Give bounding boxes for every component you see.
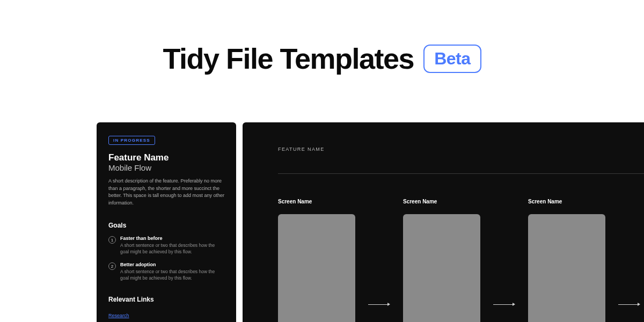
- flow-canvas-panel: FEATURE NAME Screen Name Screen Name: [243, 122, 644, 322]
- screen-label: Screen Name: [403, 199, 480, 204]
- feature-title: Feature Name: [108, 152, 224, 163]
- screens-row: Screen Name Screen Name Screen Name: [278, 199, 644, 322]
- goal-body: Faster than before A short sentence or t…: [120, 236, 224, 255]
- arrow-right-icon: [618, 303, 640, 306]
- goal-title: Better adoption: [120, 262, 224, 267]
- arrow-right-icon: [493, 303, 515, 306]
- screen-frame[interactable]: [278, 214, 355, 322]
- screen-column: Screen Name: [278, 199, 355, 322]
- goals-section: Goals 1 Faster than before A short sente…: [108, 222, 224, 282]
- feature-subtitle: Mobile Flow: [108, 163, 224, 172]
- divider: [278, 173, 644, 174]
- goal-item: 2 Better adoption A short sentence or tw…: [108, 262, 224, 282]
- workspace: IN PROGRESS Feature Name Mobile Flow A s…: [97, 122, 644, 322]
- feature-description: A short description of the feature. Pref…: [108, 178, 224, 207]
- page-title: Tidy File Templates: [163, 42, 414, 75]
- screen-column: Screen Name: [528, 199, 605, 322]
- screen-frame[interactable]: [528, 214, 605, 322]
- links-heading: Relevant Links: [108, 296, 224, 303]
- goal-description: A short sentence or two that describes h…: [120, 269, 224, 282]
- flow-arrow: [618, 199, 640, 306]
- screen-frame[interactable]: [403, 214, 480, 322]
- goals-heading: Goals: [108, 222, 224, 229]
- arrow-right-icon: [368, 303, 390, 306]
- links-section: Relevant Links Research: [108, 296, 224, 319]
- screen-label: Screen Name: [278, 199, 355, 204]
- goal-body: Better adoption A short sentence or two …: [120, 262, 224, 282]
- status-badge: IN PROGRESS: [108, 136, 155, 145]
- beta-badge: Beta: [423, 45, 481, 73]
- goal-description: A short sentence or two that describes h…: [120, 243, 224, 255]
- screen-label: Screen Name: [528, 199, 605, 204]
- goal-item: 1 Faster than before A short sentence or…: [108, 236, 224, 255]
- goal-number-badge: 2: [108, 262, 116, 270]
- flow-arrow: [493, 199, 515, 306]
- canvas-eyebrow: FEATURE NAME: [278, 147, 644, 152]
- goal-title: Faster than before: [120, 236, 224, 241]
- goal-number-badge: 1: [108, 236, 116, 244]
- hero-header: Tidy File Templates Beta: [0, 0, 644, 106]
- screen-column: Screen Name: [403, 199, 480, 322]
- research-link[interactable]: Research: [108, 313, 129, 318]
- flow-arrow: [368, 199, 390, 306]
- feature-info-panel: IN PROGRESS Feature Name Mobile Flow A s…: [97, 122, 236, 322]
